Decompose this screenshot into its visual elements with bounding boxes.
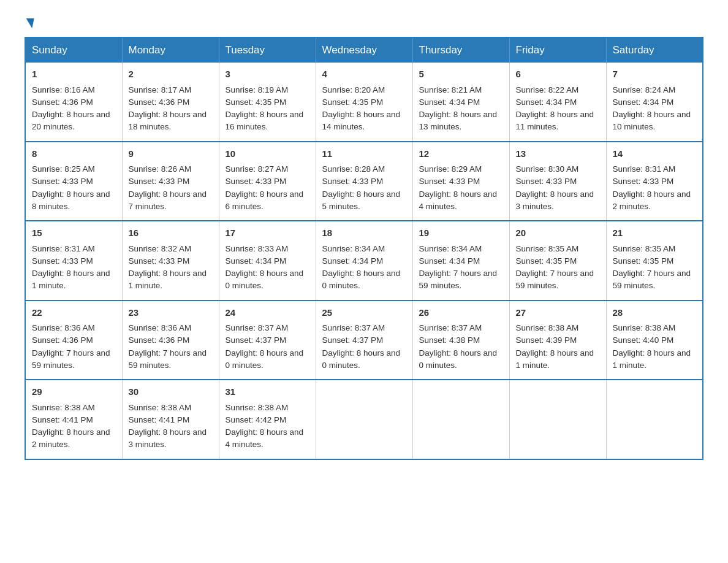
sunrise-text: Sunrise: 8:38 AM	[516, 323, 579, 332]
sunset-text: Sunset: 4:33 PM	[129, 177, 190, 186]
day-number: 29	[32, 385, 116, 399]
calendar-cell: 25Sunrise: 8:37 AMSunset: 4:37 PMDayligh…	[316, 301, 412, 380]
sunset-text: Sunset: 4:34 PM	[322, 256, 384, 266]
sunrise-text: Sunrise: 8:35 AM	[613, 244, 676, 253]
sunset-text: Sunset: 4:39 PM	[516, 335, 577, 345]
daylight-text: Daylight: 8 hours and 2 minutes.	[613, 190, 691, 211]
day-number: 17	[226, 226, 309, 240]
calendar-cell: 3Sunrise: 8:19 AMSunset: 4:35 PMDaylight…	[219, 63, 316, 142]
day-number: 31	[226, 385, 309, 399]
sunrise-text: Sunrise: 8:27 AM	[226, 164, 289, 174]
day-number: 7	[613, 67, 697, 82]
daylight-text: Daylight: 8 hours and 11 minutes.	[516, 110, 594, 131]
daylight-text: Daylight: 8 hours and 0 minutes.	[226, 269, 304, 290]
weekday-header-row: SundayMondayTuesdayWednesdayThursdayFrid…	[25, 37, 703, 63]
page-header	[25, 18, 703, 25]
daylight-text: Daylight: 8 hours and 4 minutes.	[226, 427, 304, 449]
sunrise-text: Sunrise: 8:16 AM	[32, 85, 95, 94]
sunset-text: Sunset: 4:33 PM	[419, 177, 480, 186]
sunrise-text: Sunrise: 8:34 AM	[419, 244, 482, 253]
calendar-cell	[412, 380, 509, 459]
weekday-header-sunday: Sunday	[25, 37, 122, 63]
sunrise-text: Sunrise: 8:26 AM	[129, 164, 192, 174]
daylight-text: Daylight: 8 hours and 14 minutes.	[322, 110, 401, 131]
weekday-header-friday: Friday	[509, 37, 606, 63]
calendar-cell: 30Sunrise: 8:38 AMSunset: 4:41 PMDayligh…	[122, 380, 219, 459]
daylight-text: Daylight: 8 hours and 13 minutes.	[419, 110, 498, 131]
daylight-text: Daylight: 7 hours and 59 minutes.	[129, 348, 207, 370]
daylight-text: Daylight: 8 hours and 18 minutes.	[129, 110, 207, 131]
day-number: 16	[129, 226, 213, 240]
weekday-header-tuesday: Tuesday	[219, 37, 316, 63]
calendar-cell: 10Sunrise: 8:27 AMSunset: 4:33 PMDayligh…	[219, 142, 316, 221]
calendar-cell	[509, 380, 606, 459]
day-number: 20	[516, 226, 600, 240]
day-number: 11	[322, 147, 406, 161]
day-number: 26	[419, 306, 503, 320]
daylight-text: Daylight: 8 hours and 0 minutes.	[322, 269, 401, 290]
daylight-text: Daylight: 7 hours and 59 minutes.	[419, 269, 498, 290]
day-number: 27	[516, 306, 600, 320]
logo-arrow-icon	[25, 18, 34, 28]
day-number: 6	[516, 67, 600, 82]
daylight-text: Daylight: 8 hours and 0 minutes.	[322, 348, 401, 370]
sunrise-text: Sunrise: 8:25 AM	[32, 164, 95, 174]
calendar-cell: 26Sunrise: 8:37 AMSunset: 4:38 PMDayligh…	[412, 301, 509, 380]
sunrise-text: Sunrise: 8:28 AM	[322, 164, 385, 174]
calendar-cell: 9Sunrise: 8:26 AMSunset: 4:33 PMDaylight…	[122, 142, 219, 221]
sunrise-text: Sunrise: 8:38 AM	[32, 403, 95, 412]
calendar-cell: 12Sunrise: 8:29 AMSunset: 4:33 PMDayligh…	[412, 142, 509, 221]
calendar-cell	[606, 380, 703, 459]
day-number: 18	[322, 226, 406, 240]
sunrise-text: Sunrise: 8:37 AM	[322, 323, 385, 332]
daylight-text: Daylight: 7 hours and 59 minutes.	[516, 269, 594, 290]
sunrise-text: Sunrise: 8:32 AM	[129, 244, 192, 253]
sunset-text: Sunset: 4:33 PM	[226, 177, 287, 186]
day-number: 21	[613, 226, 697, 240]
calendar-cell: 20Sunrise: 8:35 AMSunset: 4:35 PMDayligh…	[509, 221, 606, 301]
sunrise-text: Sunrise: 8:33 AM	[226, 244, 289, 253]
calendar-cell: 8Sunrise: 8:25 AMSunset: 4:33 PMDaylight…	[25, 142, 122, 221]
sunrise-text: Sunrise: 8:24 AM	[613, 85, 676, 94]
week-row-2: 8Sunrise: 8:25 AMSunset: 4:33 PMDaylight…	[25, 142, 703, 221]
sunrise-text: Sunrise: 8:17 AM	[129, 85, 192, 94]
sunset-text: Sunset: 4:34 PM	[419, 256, 480, 266]
day-number: 23	[129, 306, 213, 320]
daylight-text: Daylight: 8 hours and 4 minutes.	[419, 190, 498, 211]
calendar-cell	[316, 380, 412, 459]
sunrise-text: Sunrise: 8:19 AM	[226, 85, 289, 94]
weekday-header-monday: Monday	[122, 37, 219, 63]
sunset-text: Sunset: 4:33 PM	[613, 177, 674, 186]
day-number: 22	[32, 306, 116, 320]
sunrise-text: Sunrise: 8:21 AM	[419, 85, 482, 94]
sunset-text: Sunset: 4:35 PM	[516, 256, 577, 266]
calendar-cell: 2Sunrise: 8:17 AMSunset: 4:36 PMDaylight…	[122, 63, 219, 142]
sunrise-text: Sunrise: 8:29 AM	[419, 164, 482, 174]
sunset-text: Sunset: 4:37 PM	[322, 335, 384, 345]
sunset-text: Sunset: 4:37 PM	[226, 335, 287, 345]
calendar-cell: 5Sunrise: 8:21 AMSunset: 4:34 PMDaylight…	[412, 63, 509, 142]
day-number: 14	[613, 147, 697, 161]
calendar-cell: 28Sunrise: 8:38 AMSunset: 4:40 PMDayligh…	[606, 301, 703, 380]
sunset-text: Sunset: 4:36 PM	[129, 335, 190, 345]
day-number: 25	[322, 306, 406, 320]
day-number: 5	[419, 67, 503, 82]
calendar-cell: 11Sunrise: 8:28 AMSunset: 4:33 PMDayligh…	[316, 142, 412, 221]
calendar-cell: 23Sunrise: 8:36 AMSunset: 4:36 PMDayligh…	[122, 301, 219, 380]
day-number: 8	[32, 147, 116, 161]
sunset-text: Sunset: 4:36 PM	[32, 335, 93, 345]
weekday-header-saturday: Saturday	[606, 37, 703, 63]
calendar-cell: 17Sunrise: 8:33 AMSunset: 4:34 PMDayligh…	[219, 221, 316, 301]
sunrise-text: Sunrise: 8:38 AM	[613, 323, 676, 332]
logo	[25, 18, 34, 25]
week-row-1: 1Sunrise: 8:16 AMSunset: 4:36 PMDaylight…	[25, 63, 703, 142]
daylight-text: Daylight: 8 hours and 20 minutes.	[32, 110, 110, 131]
sunset-text: Sunset: 4:34 PM	[613, 98, 674, 107]
sunset-text: Sunset: 4:33 PM	[32, 177, 93, 186]
calendar-cell: 16Sunrise: 8:32 AMSunset: 4:33 PMDayligh…	[122, 221, 219, 301]
daylight-text: Daylight: 8 hours and 10 minutes.	[613, 110, 691, 131]
sunset-text: Sunset: 4:33 PM	[322, 177, 384, 186]
sunset-text: Sunset: 4:35 PM	[613, 256, 674, 266]
sunset-text: Sunset: 4:42 PM	[226, 415, 287, 424]
sunset-text: Sunset: 4:34 PM	[516, 98, 577, 107]
